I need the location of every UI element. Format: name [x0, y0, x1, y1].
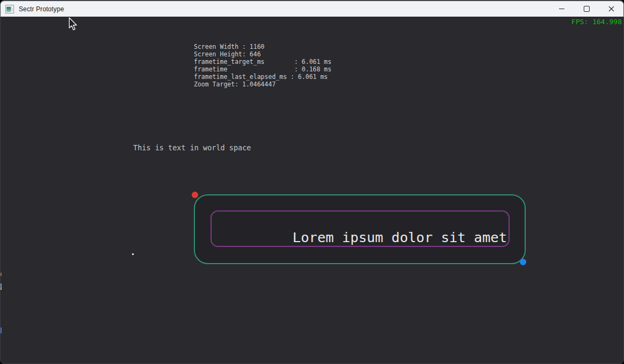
world-space-text: This is text in world space — [133, 143, 251, 152]
maximize-icon — [584, 6, 590, 12]
app-window: Sectr Prototype FPS: 164.998 Screen Widt… — [0, 0, 624, 364]
app-window-icon — [5, 5, 14, 13]
drag-handle-bottom-right[interactable] — [520, 259, 526, 265]
lorem-ipsum-text: Lorem ipsum dolor sit amet — [293, 230, 507, 245]
world-object-outer-box[interactable]: Lorem ipsum dolor sit amet — [194, 194, 526, 264]
close-button[interactable] — [599, 1, 623, 17]
origin-marker — [132, 253, 134, 255]
minimize-icon — [559, 9, 564, 9]
fps-counter: FPS: 164.998 — [571, 18, 622, 26]
titlebar[interactable]: Sectr Prototype — [1, 1, 623, 17]
close-icon — [608, 6, 614, 12]
edge-artifact-blue — [1, 327, 2, 333]
drag-handle-top-left[interactable] — [192, 192, 198, 198]
debug-stats-text: Screen Width : 1160 Screen Height: 646 f… — [194, 43, 331, 88]
canvas[interactable]: FPS: 164.998 Screen Width : 1160 Screen … — [1, 17, 623, 363]
edge-artifact-yellow — [1, 288, 2, 290]
minimize-button[interactable] — [549, 1, 574, 17]
edge-artifact-orange — [1, 273, 2, 276]
window-title: Sectr Prototype — [19, 5, 64, 13]
world-object-inner-box[interactable]: Lorem ipsum dolor sit amet — [211, 210, 510, 247]
maximize-button[interactable] — [574, 1, 599, 17]
arrow-cursor-icon — [68, 17, 79, 32]
